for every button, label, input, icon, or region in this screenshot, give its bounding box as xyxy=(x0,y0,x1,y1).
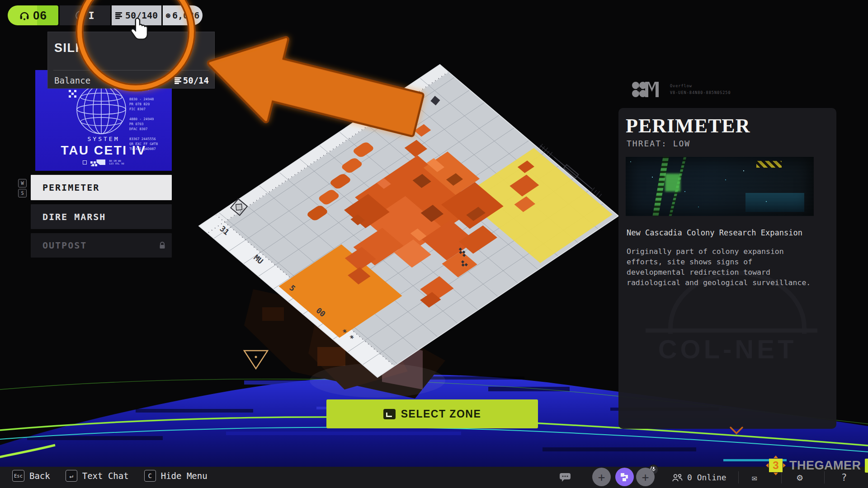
mouse-left-click-icon xyxy=(383,409,396,419)
player-avatar[interactable] xyxy=(615,468,634,486)
pixel-glyph-icon xyxy=(69,90,71,92)
zone-label: DIRE MARSH xyxy=(42,211,106,222)
back-button[interactable]: Esc Back xyxy=(12,470,50,482)
zone-item-dire-marsh[interactable]: DIRE MARSH xyxy=(31,204,172,229)
select-zone-button[interactable]: SELECT ZONE xyxy=(326,399,538,428)
zone-label: OUTPOST xyxy=(42,240,87,251)
zone-item-outpost[interactable]: OUTPOST xyxy=(31,233,172,258)
flag-glyph-icon xyxy=(96,160,105,165)
tooltip-title: SILK xyxy=(54,41,85,55)
hide-menu-button[interactable]: C Hide Menu xyxy=(144,470,208,482)
colnet-watermark: COL-NET xyxy=(618,334,836,364)
hide-menu-label: Hide Menu xyxy=(161,471,208,481)
thegamer-badge: ! xyxy=(865,459,868,473)
back-label: Back xyxy=(29,471,50,481)
enter-keycap: ↵ xyxy=(66,470,77,482)
balance-value: 50/14 xyxy=(183,75,209,85)
select-zone-label: SELECT ZONE xyxy=(401,408,481,420)
key-hint-down: S xyxy=(18,189,27,197)
tooltip-balance-row: Balance 50/14 xyxy=(54,75,209,85)
notification-tile-icon: 3 xyxy=(766,455,786,475)
zone-info-panel: COL-NET PERIMETER THREAT: LOW New Cascad… xyxy=(618,108,836,429)
online-count: 0 Online xyxy=(687,473,726,482)
lock-icon xyxy=(159,242,165,249)
chat-bubble-icon[interactable] xyxy=(560,473,571,482)
silk-icon xyxy=(175,77,181,84)
thegamer-watermark: 3 THEGAMER ! xyxy=(766,455,868,475)
zone-subtitle: New Cascadia Colony Research Expansion xyxy=(627,228,826,237)
add-party-slot-button[interactable]: + xyxy=(636,468,655,486)
zone-title: PERIMETER xyxy=(626,114,750,137)
threat-level: THREAT: LOW xyxy=(627,139,690,148)
notification-count: 3 xyxy=(773,459,778,471)
bottom-bar: Esc Back ↵ Text Chat C Hide Menu + xyxy=(0,467,868,488)
avatar-glyph-icon xyxy=(620,472,630,482)
key-hint-up: W xyxy=(18,179,27,188)
globe-wireframe-icon xyxy=(72,83,130,136)
zone-photo xyxy=(626,157,814,216)
esc-keycap: Esc xyxy=(12,470,24,482)
brand-name: Overflow xyxy=(670,83,731,89)
colnet-emblem-bar xyxy=(646,328,817,333)
overflow-logo-icon xyxy=(631,79,664,100)
square-glyph-icon xyxy=(83,160,87,164)
map-waypoint-marker xyxy=(244,351,268,369)
divider xyxy=(738,471,739,483)
system-name: TAU CETI IV xyxy=(35,143,172,158)
micro-note: B8 OR W0 LU3 85L 90 xyxy=(109,160,124,165)
balance-label: Balance xyxy=(54,75,90,85)
zone-select-screen: 31 MU 5 00 * * xyxy=(0,0,868,488)
tooltip-divider xyxy=(53,70,209,70)
brand-id: V8-UEN-84N80-885N0S250 xyxy=(670,89,731,96)
zone-label: PERIMETER xyxy=(42,182,99,193)
mail-button[interactable]: ✉ xyxy=(745,467,764,488)
system-label: SYSTEM xyxy=(35,136,172,142)
people-icon xyxy=(672,474,683,482)
zone-item-perimeter[interactable]: PERIMETER xyxy=(31,175,172,200)
c-keycap: C xyxy=(144,470,156,482)
system-glyph-row: B8 OR W0 LU3 85L 90 xyxy=(35,160,172,165)
dots-glyph-icon xyxy=(90,161,93,164)
envelope-icon: ✉ xyxy=(752,473,757,483)
colnet-brand: Overflow V8-UEN-84N80-885N0S250 xyxy=(631,78,767,101)
silk-tooltip: SILK Balance 50/14 xyxy=(47,32,215,89)
thegamer-logo-text: THEGAMER xyxy=(789,459,861,473)
online-status: 0 Online xyxy=(672,467,726,488)
text-chat-button[interactable]: ↵ Text Chat xyxy=(66,470,129,482)
zone-description: Originally part of colony expansion effo… xyxy=(627,246,813,288)
text-chat-label: Text Chat xyxy=(82,471,129,481)
add-party-slot-button[interactable]: + xyxy=(592,468,611,486)
